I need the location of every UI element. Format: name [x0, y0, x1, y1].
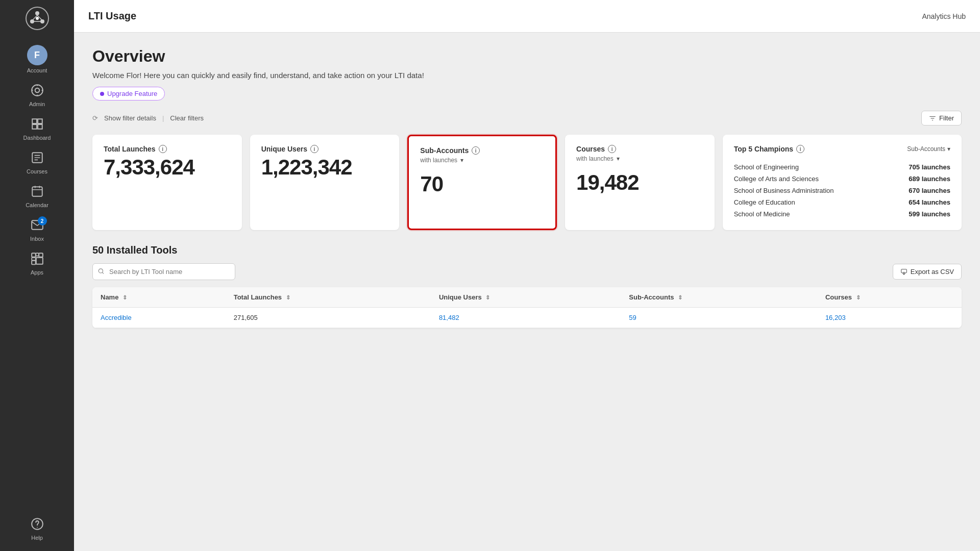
champions-filter-chevron: ▾ [947, 145, 950, 153]
account-avatar: F [27, 45, 47, 65]
stat-card-header-courses: Courses i [576, 145, 703, 153]
col-name[interactable]: Name ⇕ [92, 287, 226, 308]
filter-details-icon: ⟳ [92, 114, 98, 122]
col-courses[interactable]: Courses ⇕ [817, 287, 962, 308]
courses-icon [31, 151, 44, 166]
content-area: Overview Welcome Flor! Here you can quic… [74, 33, 980, 551]
admin-icon [31, 84, 44, 99]
filter-left: ⟳ Show filter details | Clear filters [92, 114, 204, 122]
champion-name: School of Medicine [734, 210, 790, 218]
champion-launches: 705 launches [909, 163, 950, 171]
canvas-logo[interactable] [24, 5, 51, 32]
main-content: LTI Usage Analytics Hub Overview Welcome… [74, 0, 980, 551]
analytics-hub-link[interactable]: Analytics Hub [922, 12, 966, 20]
tools-table: Name ⇕ Total Launches ⇕ Unique Users ⇕ [92, 287, 962, 328]
champion-row: School of Engineering 705 launches [734, 161, 950, 173]
champions-header: Top 5 Champions i Sub-Accounts ▾ [734, 145, 950, 153]
sidebar-label-admin: Admin [29, 101, 45, 107]
filter-button[interactable]: Filter [921, 111, 962, 126]
filter-separator: | [162, 114, 164, 122]
lti-tool-search-input[interactable] [92, 263, 235, 280]
sub-accounts-label: Sub-Accounts [420, 146, 469, 155]
tool-unique-users-link[interactable]: 81,482 [439, 314, 459, 321]
total-launches-info-icon[interactable]: i [159, 145, 167, 153]
champions-info-icon[interactable]: i [796, 145, 804, 153]
sidebar-label-calendar: Calendar [26, 202, 48, 208]
svg-point-1 [35, 11, 39, 15]
tools-title: 50 Installed Tools [92, 244, 962, 256]
unique-users-info-icon[interactable]: i [310, 145, 318, 153]
unique-users-value: 1,223,342 [261, 155, 388, 180]
col-unique-users-sort: ⇕ [485, 294, 490, 301]
sidebar-item-apps[interactable]: Apps [0, 247, 74, 281]
sidebar-label-account: Account [27, 67, 47, 73]
champion-name: School of Business Administration [734, 187, 834, 194]
courses-info-icon[interactable]: i [608, 145, 616, 153]
sidebar-item-help[interactable]: Help [0, 512, 74, 546]
col-total-launches[interactable]: Total Launches ⇕ [226, 287, 431, 308]
champion-row: College of Arts and Sciences 689 launche… [734, 173, 950, 185]
svg-rect-15 [32, 258, 36, 260]
stat-card-header-unique-users: Unique Users i [261, 145, 388, 153]
show-filter-link[interactable]: Show filter details [104, 114, 156, 122]
overview-title: Overview [92, 47, 962, 66]
champions-list: School of Engineering 705 launchesColleg… [734, 161, 950, 220]
table-body: Accredible 271,605 81,482 59 16,203 [92, 308, 962, 328]
tools-toolbar: Export as CSV [92, 263, 962, 280]
dashboard-icon [31, 117, 44, 133]
sidebar-item-admin[interactable]: Admin [0, 79, 74, 112]
champions-filter-label: Sub-Accounts [907, 145, 945, 153]
courses-label: Courses [576, 145, 605, 153]
stat-card-header-sub-accounts: Sub-Accounts i [420, 146, 544, 155]
unique-users-label: Unique Users [261, 145, 307, 153]
table-row: Accredible 271,605 81,482 59 16,203 [92, 308, 962, 328]
champion-row: School of Medicine 599 launches [734, 208, 950, 220]
sub-accounts-value: 70 [420, 172, 544, 196]
champion-name: College of Education [734, 198, 795, 206]
export-icon [900, 268, 908, 276]
sidebar-item-calendar[interactable]: Calendar [0, 180, 74, 213]
svg-point-4 [36, 17, 39, 20]
stats-row: Total Launches i 7,333,624 Unique Users … [92, 135, 962, 230]
total-launches-value: 7,333,624 [104, 155, 231, 180]
champion-name: College of Arts and Sciences [734, 175, 819, 183]
sidebar-item-inbox[interactable]: 2 Inbox [0, 213, 74, 247]
stat-card-courses: Courses i with launches ▾ 19,482 [565, 135, 715, 230]
inbox-badge-wrap: 2 [31, 218, 44, 234]
sidebar-label-help: Help [31, 535, 43, 541]
col-unique-users[interactable]: Unique Users ⇕ [431, 287, 621, 308]
export-btn-label: Export as CSV [911, 268, 954, 276]
stat-card-unique-users: Unique Users i 1,223,342 [250, 135, 400, 230]
svg-point-19 [37, 527, 38, 528]
col-courses-sort: ⇕ [856, 294, 861, 301]
svg-rect-11 [32, 187, 42, 196]
sub-accounts-info-icon[interactable]: i [472, 146, 480, 155]
stat-card-header-total-launches: Total Launches i [104, 145, 231, 153]
filter-icon [929, 115, 936, 122]
col-sub-accounts[interactable]: Sub-Accounts ⇕ [621, 287, 817, 308]
table-header: Name ⇕ Total Launches ⇕ Unique Users ⇕ [92, 287, 962, 308]
tool-name-link[interactable]: Accredible [101, 314, 132, 321]
tool-courses-link[interactable]: 16,203 [825, 314, 846, 321]
sidebar-item-dashboard[interactable]: Dashboard [0, 112, 74, 146]
upgrade-feature-button[interactable]: Upgrade Feature [92, 87, 165, 101]
champion-row: School of Business Administration 670 la… [734, 185, 950, 196]
champions-filter[interactable]: Sub-Accounts ▾ [907, 145, 950, 153]
champions-card: Top 5 Champions i Sub-Accounts ▾ School … [723, 135, 962, 230]
clear-filters-link[interactable]: Clear filters [170, 114, 204, 122]
total-launches-label: Total Launches [104, 145, 156, 153]
champions-title: Top 5 Champions i [734, 145, 804, 153]
stat-card-sub-accounts: Sub-Accounts i with launches ▾ 70 [407, 135, 557, 230]
sidebar-item-courses[interactable]: Courses [0, 146, 74, 180]
upgrade-dot [100, 92, 104, 96]
courses-chevron[interactable]: ▾ [617, 155, 620, 162]
export-csv-button[interactable]: Export as CSV [893, 264, 962, 280]
tool-sub-accounts-link[interactable]: 59 [629, 314, 636, 321]
search-wrap [92, 263, 235, 280]
sub-accounts-chevron[interactable]: ▾ [460, 157, 463, 164]
svg-rect-12 [32, 253, 36, 257]
filter-btn-label: Filter [939, 114, 954, 122]
champion-launches: 599 launches [909, 210, 950, 218]
sidebar-item-account[interactable]: F Account [0, 40, 74, 79]
sidebar-label-apps: Apps [31, 269, 43, 276]
